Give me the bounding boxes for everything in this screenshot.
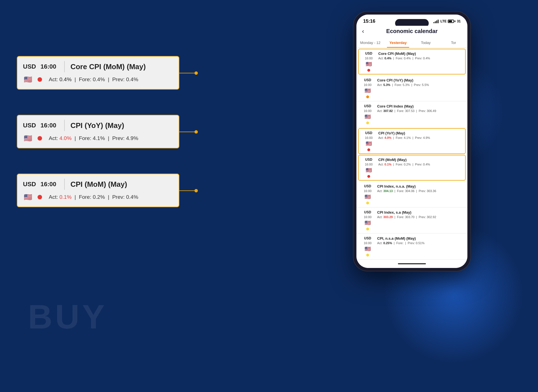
entry-5-time: 16:00 <box>365 163 373 166</box>
entry-4-time: 16:00 <box>365 136 373 139</box>
entry-2-title: Core CPI (YoY) (May) <box>377 78 463 82</box>
callout-card-1-fore: 0.4% <box>93 76 105 82</box>
calendar-list: USD 16:00 🇺🇸 Core CPI (MoM) (May) Act: 0… <box>356 48 467 260</box>
entry-6-title: CPI Index, n.s.a. (May) <box>377 184 463 188</box>
callout-card-2-impact-dot <box>38 136 42 141</box>
callout-card-1-header: USD 16:00 Core CPI (MoM) (May) <box>23 61 173 72</box>
signal-bar-1 <box>433 22 434 23</box>
entry-8-time: 16:00 <box>364 241 372 245</box>
entry-4-fore: Fore: 4.1% <box>396 136 411 139</box>
entry-7-time: 16:00 <box>364 215 372 219</box>
entry-6-act: 304.13 <box>383 189 393 193</box>
callout-card-3-header: USD 16:00 CPI (MoM) (May) <box>23 179 173 190</box>
tab-today[interactable]: Today <box>412 38 440 48</box>
entry-8-flag: 🇺🇸 <box>365 246 371 252</box>
back-button[interactable]: ‹ <box>362 28 364 35</box>
entry-6-fore: Fore: 304.06 <box>397 189 414 193</box>
home-bar <box>398 263 426 264</box>
callout-card-1-body: 🇺🇸 Act: 0.4% | Fore: 0.4% | Prev: 0.4% <box>23 74 173 85</box>
callout-card-3-currency: USD <box>23 181 36 188</box>
entry-2-act: 5.3% <box>383 83 390 87</box>
entry-6-flag: 🇺🇸 <box>365 194 371 200</box>
home-indicator <box>356 260 467 268</box>
callout-card-3: USD 16:00 CPI (MoM) (May) 🇺🇸 Act: 0.1% |… <box>17 174 179 207</box>
callout-card-2-prev: 4.9% <box>126 135 138 141</box>
entry-1-time: 16:00 <box>365 57 373 60</box>
entry-5-left: USD 16:00 🇺🇸 <box>361 158 376 178</box>
entry-3-impact <box>366 122 369 124</box>
entry-4-act: 4.0% <box>384 136 391 139</box>
callout-card-3-stats: Act: 0.1% | Fore: 0.2% | Prev: 0.4% <box>49 194 138 200</box>
entry-5-content: CPI (MoM) (May) Act: 0.1% | Fore: 0.2% |… <box>378 158 462 166</box>
entry-1-prev: Prev: 0.4% <box>415 57 430 60</box>
callout-card-3-act: 0.1% <box>59 194 71 200</box>
entry-7-act: 303.29 <box>383 215 393 219</box>
entry-6-time: 16:00 <box>364 189 372 193</box>
entry-8-act: 0.25% <box>383 241 392 245</box>
tab-monday[interactable]: Monday - 12 <box>356 38 384 48</box>
entry-7-prev: Prev: 302.92 <box>419 215 436 219</box>
callout-card-3-divider <box>64 179 65 190</box>
callout-card-1-prev: 0.4% <box>126 76 138 82</box>
entry-7-content: CPI Index, s.a (May) Act: 303.29 | Fore:… <box>377 210 463 219</box>
status-icons: LTE 31 <box>433 19 461 23</box>
entry-1-impact <box>367 69 370 72</box>
callout-card-2-stats: Act: 4.0% | Fore: 4.1% | Prev: 4.9% <box>49 135 138 141</box>
entry-8-currency: USD <box>364 236 371 240</box>
calendar-entry-5: USD 16:00 🇺🇸 CPI (MoM) (May) Act: 0.1% |… <box>358 155 466 181</box>
entry-3-stats: Act: 307.82 | Fore: 307.53 | Prev: 306.4… <box>377 109 463 113</box>
entry-4-prev: Prev: 4.9% <box>415 136 430 139</box>
battery-icon <box>448 20 455 23</box>
callout-card-1-divider <box>64 61 65 72</box>
callout-card-3-body: 🇺🇸 Act: 0.1% | Fore: 0.2% | Prev: 0.4% <box>23 192 173 202</box>
callout-card-1: USD 16:00 Core CPI (MoM) (May) 🇺🇸 Act: 0… <box>17 56 179 90</box>
entry-6-content: CPI Index, n.s.a. (May) Act: 304.13 | Fo… <box>377 184 463 193</box>
entry-6-prev: Prev: 303.36 <box>419 189 436 193</box>
entry-4-impact <box>367 148 370 151</box>
entry-5-fore: Fore: 0.2% <box>396 163 411 166</box>
calendar-entry-6: USD 16:00 🇺🇸 CPI Index, n.s.a. (May) Act… <box>356 181 467 207</box>
calendar-entry-1: USD 16:00 🇺🇸 Core CPI (MoM) (May) Act: 0… <box>358 49 466 74</box>
entry-1-currency: USD <box>365 52 372 55</box>
entry-6-currency: USD <box>364 184 371 188</box>
entry-8-title: CPI, n.s.a (MoM) (May) <box>377 236 463 241</box>
entry-3-act: 307.82 <box>383 109 393 113</box>
entry-4-content: CPI (YoY) (May) Act: 4.0% | Fore: 4.1% |… <box>378 131 462 139</box>
tab-tomorrow[interactable]: Tor <box>440 38 467 48</box>
entry-7-title: CPI Index, s.a (May) <box>377 210 463 214</box>
entry-1-fore: Fore: 0.4% <box>396 57 411 60</box>
entry-3-content: Core CPI Index (May) Act: 307.82 | Fore:… <box>377 104 463 113</box>
entry-5-stats: Act: 0.1% | Fore: 0.2% | Prev: 0.4% <box>378 163 462 166</box>
entry-2-flag: 🇺🇸 <box>365 88 371 94</box>
app-header: ‹ Economic calendar <box>356 26 467 38</box>
entry-5-act: 0.1% <box>384 163 391 166</box>
callout-card-3-impact-dot <box>38 195 42 199</box>
entry-1-stats: Act: 0.4% | Fore: 0.4% | Prev: 0.4% <box>378 57 462 60</box>
status-time: 15:16 <box>363 18 375 24</box>
signal-label: LTE <box>440 19 447 23</box>
entry-2-currency: USD <box>364 78 371 82</box>
entry-6-impact <box>366 202 369 204</box>
entry-8-content: CPI, n.s.a (MoM) (May) Act: 0.25% | Fore… <box>377 236 463 245</box>
tab-yesterday[interactable]: Yesterday <box>384 38 412 48</box>
signal-bar-3 <box>436 20 437 23</box>
entry-8-prev: Prev: 0.51% <box>408 241 425 245</box>
callout-card-2-currency: USD <box>23 122 36 129</box>
entry-2-prev: Prev: 5.5% <box>414 83 429 87</box>
entry-7-fore: Fore: 303.70 <box>397 215 414 219</box>
entry-8-fore: Fore: <box>396 241 404 245</box>
battery-fill <box>449 20 452 22</box>
signal-bar-2 <box>435 21 436 23</box>
entry-3-currency: USD <box>364 104 371 108</box>
callout-card-3-time: 16:00 <box>40 181 59 188</box>
entry-2-fore: Fore: 5.3% <box>395 83 410 87</box>
callout-card-3-connector <box>179 190 196 191</box>
callout-card-2-time: 16:00 <box>40 122 59 129</box>
phone-screen: 15:16 LTE 31 <box>356 15 467 268</box>
phone-frame: 15:16 LTE 31 <box>353 11 471 271</box>
entry-2-time: 16:00 <box>364 83 372 87</box>
callout-card-2-header: USD 16:00 CPI (YoY) (May) <box>23 120 173 131</box>
entry-3-title: Core CPI Index (May) <box>377 104 463 108</box>
entry-7-impact <box>366 228 369 230</box>
entry-4-currency: USD <box>365 131 372 135</box>
